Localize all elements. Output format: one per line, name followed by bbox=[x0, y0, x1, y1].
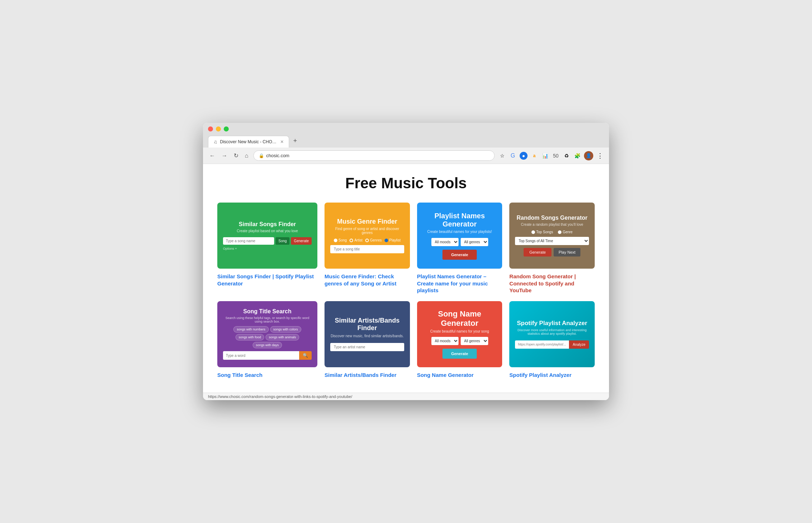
radio-top-songs[interactable]: Top Songs bbox=[531, 230, 553, 234]
status-url: https://www.chosic.com/random-songs-gene… bbox=[208, 394, 352, 399]
back-button[interactable]: ← bbox=[208, 151, 217, 160]
song-name-generate-btn[interactable]: Generate bbox=[442, 349, 477, 359]
address-bar[interactable]: 🔒 chosic.com bbox=[253, 150, 495, 161]
genre-search-input[interactable] bbox=[330, 245, 404, 253]
similar-songs-link[interactable]: Similar Songs Finder | Spotify Playlist … bbox=[217, 273, 317, 287]
genre-select[interactable]: All genres bbox=[461, 238, 488, 246]
tool-preview-random-songs: Random Songs Generator Create a random p… bbox=[509, 203, 595, 269]
tag-numbers[interactable]: songs with numbers bbox=[233, 326, 268, 333]
preview-subtitle-playlist-names: Create beautiful names for your playlist… bbox=[427, 230, 492, 234]
reload-button[interactable]: ↻ bbox=[232, 151, 240, 160]
tag-days[interactable]: songs with days bbox=[253, 342, 282, 348]
tool-card-similar-songs[interactable]: Similar Songs Finder Create playlist bas… bbox=[217, 203, 317, 294]
extension-icon4[interactable]: ♻ bbox=[563, 152, 570, 160]
status-bar: https://www.chosic.com/random-songs-gene… bbox=[203, 393, 609, 400]
extensions-button[interactable]: 🧩 bbox=[573, 152, 581, 160]
tool-preview-spotify-analyzer: Spotify Playlist Analyzer Discover more … bbox=[509, 301, 595, 367]
song-genre-select[interactable]: All genres bbox=[461, 337, 488, 345]
spotify-url-input[interactable] bbox=[515, 340, 569, 349]
traffic-lights bbox=[208, 126, 604, 131]
close-button[interactable] bbox=[208, 126, 213, 131]
song-title-link[interactable]: Song Title Search bbox=[217, 372, 317, 379]
extension-icon1[interactable]: ● bbox=[520, 152, 528, 160]
random-period-select[interactable]: Top Songs of All Time bbox=[515, 237, 589, 245]
preview-subtitle-random-songs: Create a random playlist that you'll lov… bbox=[521, 223, 583, 226]
preview-title-spotify-analyzer: Spotify Playlist Analyzer bbox=[517, 320, 587, 327]
menu-button[interactable]: ⋮ bbox=[596, 152, 604, 160]
radio-genre[interactable]: Genre bbox=[558, 230, 573, 234]
minimize-button[interactable] bbox=[216, 126, 221, 131]
tabs-bar: ♫ Discover New Music - CHOSIC ✕ + bbox=[208, 134, 604, 148]
home-button[interactable]: ⌂ bbox=[243, 151, 250, 160]
random-generate-btn[interactable]: Generate bbox=[524, 248, 551, 256]
browser-window: ♫ Discover New Music - CHOSIC ✕ + ← → ↻ … bbox=[203, 123, 609, 400]
url-text: chosic.com bbox=[266, 153, 289, 158]
tag-colors[interactable]: songs with colors bbox=[270, 326, 301, 333]
random-songs-btn-row: Generate Play Next bbox=[524, 248, 580, 256]
radio-song[interactable]: Song bbox=[334, 238, 347, 242]
preview-title-random-songs: Random Songs Generator bbox=[517, 215, 588, 221]
similar-artists-link[interactable]: Similar Artists/Bands Finder bbox=[325, 372, 410, 379]
word-search-btn[interactable]: 🔍 bbox=[299, 351, 312, 360]
tools-grid: Similar Songs Finder Create playlist bas… bbox=[217, 203, 595, 378]
similar-songs-input[interactable] bbox=[223, 237, 274, 245]
tool-preview-similar-songs: Similar Songs Finder Create playlist bas… bbox=[217, 203, 317, 269]
artist-search-input[interactable] bbox=[330, 343, 404, 351]
word-search-input[interactable] bbox=[223, 351, 299, 360]
mood-select[interactable]: All moods bbox=[431, 238, 459, 246]
extension-icon3[interactable]: 50 bbox=[552, 152, 560, 160]
tool-card-similar-artists[interactable]: Similar Artists/Bands Finder Discover ne… bbox=[325, 301, 410, 379]
tool-card-spotify-analyzer[interactable]: Spotify Playlist Analyzer Discover more … bbox=[509, 301, 595, 379]
music-genre-link[interactable]: Music Genre Finder: Check genres of any … bbox=[325, 273, 410, 287]
lock-icon: 🔒 bbox=[259, 153, 264, 158]
extension-icon2[interactable]: 📊 bbox=[541, 152, 549, 160]
profile-avatar[interactable]: 👤 bbox=[584, 151, 593, 160]
radio-genres[interactable]: Genres bbox=[365, 238, 382, 242]
preview-subtitle-song-name: Create beautiful names for your song bbox=[430, 329, 489, 333]
forward-button[interactable]: → bbox=[220, 151, 229, 160]
preview-subtitle-similar-artists: Discover new music, find similar artists… bbox=[331, 334, 404, 338]
new-tab-button[interactable]: + bbox=[289, 134, 302, 148]
similar-songs-search-row: Song Generate bbox=[223, 237, 312, 245]
tool-card-random-songs[interactable]: Random Songs Generator Create a random p… bbox=[509, 203, 595, 294]
preview-title-music-genre: Music Genre Finder bbox=[337, 218, 397, 225]
tool-card-music-genre[interactable]: Music Genre Finder Find genre of song or… bbox=[325, 203, 410, 294]
amazon-icon[interactable]: a bbox=[530, 152, 538, 160]
tool-card-song-name[interactable]: Song Name Generator Create beautiful nam… bbox=[417, 301, 502, 379]
preview-subtitle-similar-songs: Create playlist based on what you love bbox=[237, 229, 298, 233]
preview-title-playlist-names: Playlist Names Generator bbox=[423, 212, 497, 228]
options-link[interactable]: Options + bbox=[223, 247, 237, 250]
tool-card-playlist-names[interactable]: Playlist Names Generator Create beautifu… bbox=[417, 203, 502, 294]
active-tab[interactable]: ♫ Discover New Music - CHOSIC ✕ bbox=[208, 136, 289, 148]
maximize-button[interactable] bbox=[224, 126, 229, 131]
bookmark-icon[interactable]: ☆ bbox=[498, 152, 506, 160]
random-songs-link[interactable]: Random Song Generator | Connected to Spo… bbox=[509, 273, 595, 294]
analyze-button[interactable]: Analyze bbox=[569, 340, 589, 349]
preview-subtitle-song-title: Search using these helpful tags, or sear… bbox=[223, 316, 312, 323]
play-next-btn[interactable]: Play Next bbox=[554, 248, 580, 256]
song-mood-select[interactable]: All moods bbox=[431, 337, 459, 345]
tag-animals[interactable]: songs with animals bbox=[266, 334, 299, 340]
playlist-generate-btn[interactable]: Generate bbox=[442, 250, 477, 260]
song-title-search-row: 🔍 bbox=[223, 351, 312, 360]
tool-card-song-title[interactable]: Song Title Search Search using these hel… bbox=[217, 301, 317, 379]
tool-preview-music-genre: Music Genre Finder Find genre of song or… bbox=[325, 203, 410, 269]
random-songs-radio: Top Songs Genre bbox=[531, 230, 573, 234]
tab-close-icon[interactable]: ✕ bbox=[280, 139, 284, 144]
tool-preview-similar-artists: Similar Artists/Bands Finder Discover ne… bbox=[325, 301, 410, 367]
translate-icon[interactable]: G bbox=[509, 152, 517, 160]
radio-artist[interactable]: Artist bbox=[350, 238, 362, 242]
playlist-names-link[interactable]: Playlist Names Generator – Create name f… bbox=[417, 273, 502, 294]
tool-preview-song-title: Song Title Search Search using these hel… bbox=[217, 301, 317, 367]
song-name-link[interactable]: Song Name Generator bbox=[417, 372, 502, 379]
page-title: Free Music Tools bbox=[217, 175, 595, 192]
song-button[interactable]: Song bbox=[276, 237, 289, 245]
spotify-analyzer-link[interactable]: Spotify Playlist Analyzer bbox=[509, 372, 595, 379]
radio-playlist[interactable]: Playlist bbox=[385, 238, 401, 242]
preview-title-song-title: Song Title Search bbox=[243, 308, 292, 315]
tag-food[interactable]: songs with food bbox=[236, 334, 264, 340]
preview-subtitle-music-genre: Find genre of song or artist and discove… bbox=[330, 227, 404, 235]
tab-title: Discover New Music - CHOSIC bbox=[220, 139, 277, 144]
tool-preview-playlist-names: Playlist Names Generator Create beautifu… bbox=[417, 203, 502, 269]
generate-btn-similar[interactable]: Generate bbox=[291, 237, 312, 245]
